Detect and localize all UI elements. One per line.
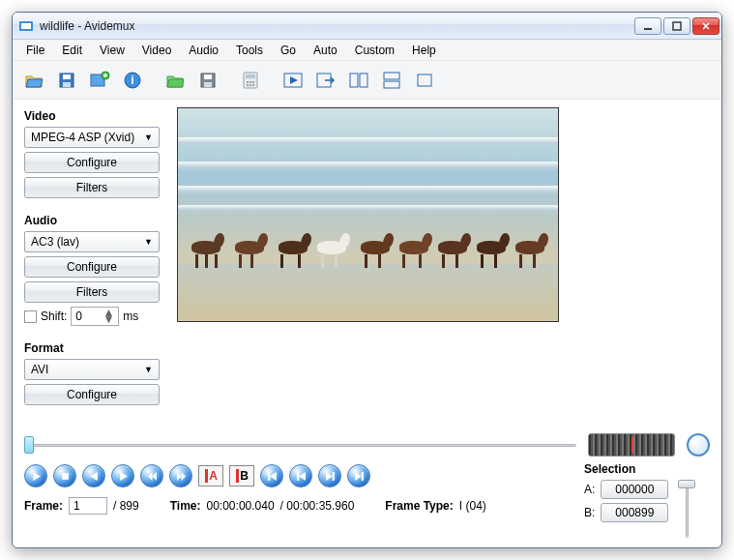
format-section-label: Format [24,341,169,355]
audio-codec-combo[interactable]: AC3 (lav)▼ [24,231,160,252]
frame-input[interactable]: 1 [69,497,107,515]
window-title: wildlife - Avidemux [40,19,634,33]
menu-video[interactable]: Video [134,42,179,59]
svg-rect-2 [644,28,652,30]
svg-rect-33 [361,472,363,481]
video-codec-value: MPEG-4 ASP (Xvid) [31,131,134,144]
svg-rect-28 [418,74,431,86]
frametype-value: I (04) [459,499,486,513]
top-bottom-icon[interactable] [376,65,407,96]
set-marker-b-button[interactable]: B [229,465,254,486]
menu-view[interactable]: View [92,42,132,59]
sel-a-button[interactable]: 000000 [601,480,668,499]
svg-rect-29 [62,473,69,480]
shuttle-dial[interactable] [687,433,710,457]
next-frame-button[interactable] [111,464,134,487]
output-view-icon[interactable] [310,65,341,96]
svg-point-20 [250,84,251,86]
shift-unit: ms [123,309,138,323]
close-button[interactable] [692,17,719,35]
app-icon [18,18,34,34]
titlebar: wildlife - Avidemux [13,13,721,40]
spin-arrows-icon: ▲▼ [103,309,114,323]
slider-thumb-icon [678,480,695,488]
stop-button[interactable] [53,464,76,487]
prev-black-frame-button[interactable] [289,464,312,487]
open-project-icon[interactable] [160,65,191,96]
open-icon[interactable] [18,65,49,96]
svg-rect-3 [673,22,681,30]
time-label: Time: [170,499,201,513]
info-icon[interactable]: i [117,65,148,96]
svg-rect-1 [21,23,31,29]
menu-custom[interactable]: Custom [347,42,402,59]
play-filtered-icon[interactable] [278,65,308,96]
left-panel: Video MPEG-4 ASP (Xvid)▼ Configure Filte… [24,107,169,426]
audio-filters-button[interactable]: Filters [24,281,160,303]
menubar: File Edit View Video Audio Tools Go Auto… [13,40,721,61]
selection-label: Selection [584,462,710,476]
svg-rect-31 [297,472,299,481]
audio-section-label: Audio [24,214,169,227]
svg-rect-6 [63,82,71,87]
preview-area [177,107,710,426]
video-preview [177,107,559,322]
prev-frame-button[interactable] [82,464,105,487]
jog-wheel[interactable] [588,433,675,457]
menu-go[interactable]: Go [273,42,304,59]
menu-file[interactable]: File [18,42,52,59]
menu-help[interactable]: Help [404,42,444,59]
prev-keyframe-button[interactable] [140,464,163,487]
format-configure-button[interactable]: Configure [24,384,160,405]
transport-controls: A B [24,464,574,487]
svg-rect-32 [332,472,334,481]
video-configure-button[interactable]: Configure [24,152,160,173]
video-filters-button[interactable]: Filters [24,177,160,198]
minimize-button[interactable] [634,17,661,35]
menu-edit[interactable]: Edit [54,42,90,59]
maximize-button[interactable] [663,17,690,35]
time-total: / 00:00:35.960 [280,499,355,513]
time-value: 00:00:00.040 [207,499,275,513]
chevron-down-icon: ▼ [144,237,153,247]
shift-spinbox[interactable]: 0▲▼ [71,307,119,326]
sel-b-button[interactable]: 000899 [601,503,668,522]
calculator-icon[interactable] [235,65,266,96]
single-view-icon[interactable] [409,65,440,96]
audio-codec-value: AC3 (lav) [31,235,79,249]
svg-point-21 [252,84,254,86]
play-button[interactable] [24,464,47,487]
svg-point-19 [247,84,249,86]
side-by-side-icon[interactable] [343,65,374,96]
sel-a-label: A: [584,483,595,496]
go-to-start-button[interactable] [260,464,283,487]
svg-rect-5 [63,74,71,79]
next-keyframe-button[interactable] [169,464,192,487]
format-combo[interactable]: AVI▼ [24,359,160,380]
frame-total: / 899 [113,499,139,513]
go-to-end-button[interactable] [347,464,370,487]
chevron-down-icon: ▼ [144,365,153,374]
sel-b-label: B: [584,506,595,519]
next-black-frame-button[interactable] [318,464,341,487]
svg-rect-25 [360,74,367,87]
toolbar: i [13,61,721,100]
video-section-label: Video [24,109,169,123]
menu-tools[interactable]: Tools [228,42,271,59]
shift-checkbox[interactable] [24,310,37,323]
save-project-icon[interactable] [192,65,223,96]
format-value: AVI [31,363,48,376]
save-icon[interactable] [51,65,82,96]
shift-label: Shift: [41,309,67,323]
audio-configure-button[interactable]: Configure [24,256,160,278]
frame-label: Frame: [24,499,63,513]
svg-text:i: i [131,74,133,87]
video-codec-combo[interactable]: MPEG-4 ASP (Xvid)▼ [24,127,160,148]
menu-audio[interactable]: Audio [181,42,226,59]
save-video-icon[interactable] [84,65,115,96]
volume-slider[interactable] [676,480,697,538]
timeline-slider[interactable] [24,434,576,456]
menu-auto[interactable]: Auto [306,42,345,59]
set-marker-a-button[interactable]: A [198,465,223,486]
svg-rect-13 [204,82,212,87]
